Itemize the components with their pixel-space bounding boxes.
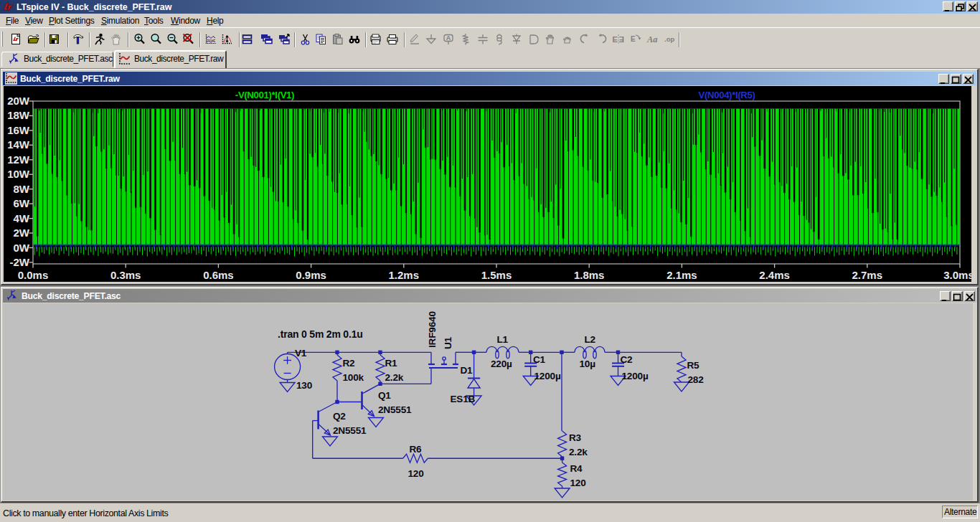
svg-text:R1: R1	[385, 358, 398, 369]
svg-text:V(N004)*I(R5): V(N004)*I(R5)	[699, 90, 755, 100]
svg-text:6W: 6W	[14, 197, 30, 209]
svg-text:D1: D1	[461, 365, 473, 376]
svg-text:2W: 2W	[14, 227, 30, 239]
svg-text:IRF9640: IRF9640	[427, 311, 438, 348]
svg-text:R3: R3	[569, 432, 582, 443]
svg-text:Q1: Q1	[378, 390, 391, 401]
svg-text:L1: L1	[497, 334, 509, 345]
svg-text:R4: R4	[570, 463, 583, 474]
svg-text:0.9ms: 0.9ms	[296, 269, 326, 281]
svg-text:0.0ms: 0.0ms	[18, 269, 49, 281]
svg-text:-2W: -2W	[10, 256, 30, 268]
svg-text:16W: 16W	[7, 124, 30, 136]
svg-text:4W: 4W	[14, 212, 30, 224]
svg-text:A: A	[446, 34, 451, 42]
svg-text:2N5551: 2N5551	[378, 404, 412, 415]
svg-text:0W: 0W	[14, 242, 30, 254]
svg-text:Q2: Q2	[333, 411, 346, 422]
svg-text:2.1ms: 2.1ms	[666, 269, 697, 281]
svg-text:L2: L2	[585, 334, 596, 345]
svg-text:E: E	[613, 35, 618, 44]
svg-text:282: 282	[688, 374, 705, 385]
svg-text:12W: 12W	[7, 153, 30, 166]
svg-text:E: E	[631, 35, 636, 43]
svg-text:2.2k: 2.2k	[569, 447, 588, 457]
svg-text:14W: 14W	[7, 138, 30, 151]
svg-text:220µ: 220µ	[491, 359, 512, 369]
svg-text:10W: 10W	[7, 168, 30, 180]
svg-text:C1: C1	[533, 354, 546, 365]
svg-text:E: E	[619, 35, 624, 44]
svg-text:1.8ms: 1.8ms	[574, 269, 605, 281]
svg-text:10µ: 10µ	[580, 359, 596, 369]
svg-text:120: 120	[408, 468, 424, 479]
svg-text:20W: 20W	[7, 95, 30, 107]
svg-text:8W: 8W	[14, 183, 30, 195]
svg-text:130: 130	[296, 380, 312, 391]
svg-text:C2: C2	[621, 354, 633, 365]
svg-text:2N5551: 2N5551	[333, 425, 367, 436]
svg-text:R6: R6	[410, 444, 423, 455]
svg-text:R5: R5	[687, 360, 700, 371]
svg-text:1.5ms: 1.5ms	[481, 269, 512, 281]
svg-text:1200µ: 1200µ	[622, 371, 649, 381]
svg-text:1.2ms: 1.2ms	[389, 269, 420, 281]
svg-text:3.0ms: 3.0ms	[943, 269, 971, 281]
svg-text:Aa: Aa	[646, 34, 658, 44]
svg-text:R2: R2	[343, 358, 356, 369]
svg-text:2.4ms: 2.4ms	[759, 269, 790, 281]
svg-text:-V(N001)*I(V1): -V(N001)*I(V1)	[235, 90, 294, 100]
svg-text:.tran 0 5m 2m 0.1u: .tran 0 5m 2m 0.1u	[278, 328, 363, 340]
svg-text:1200µ: 1200µ	[534, 371, 561, 381]
svg-text:V1: V1	[295, 348, 307, 359]
svg-text:2.7ms: 2.7ms	[852, 269, 883, 281]
svg-text:18W: 18W	[7, 109, 30, 121]
svg-text:.op: .op	[664, 35, 674, 43]
svg-text:ES1B: ES1B	[451, 394, 476, 404]
svg-text:120: 120	[570, 478, 586, 488]
svg-text:2.2k: 2.2k	[385, 372, 404, 383]
svg-text:U1: U1	[443, 336, 453, 349]
svg-text:0.6ms: 0.6ms	[203, 269, 234, 281]
svg-text:0.3ms: 0.3ms	[110, 269, 141, 281]
svg-text:100k: 100k	[343, 372, 364, 383]
